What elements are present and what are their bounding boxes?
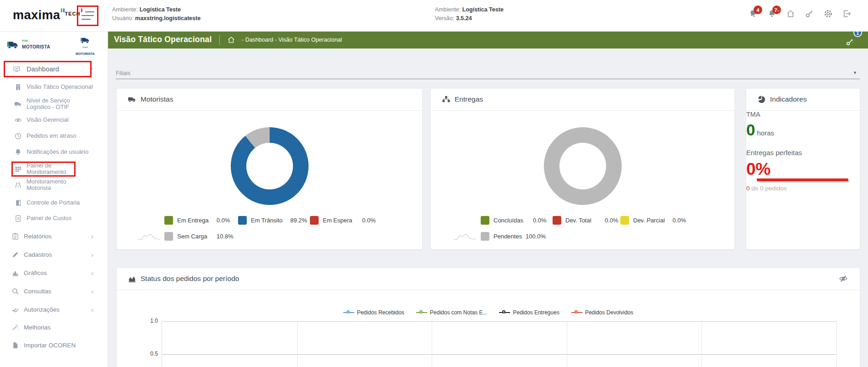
sidebar-item-label: Relatórios bbox=[24, 233, 52, 240]
sidebar-item-label-line2: Logístico - OTIF bbox=[27, 103, 69, 110]
sidebar-item-label: Notificações de usuário bbox=[27, 149, 88, 155]
legend-item-em-espera[interactable]: Em Espera 0.0% bbox=[310, 215, 376, 225]
maxmotorista-mini-logo[interactable]: max MOTORISTA bbox=[75, 37, 95, 57]
sidebar-item-notificacoes-usuario[interactable]: Notificações de usuário bbox=[0, 144, 108, 160]
y-axis-tick-0_5: 0.5 bbox=[140, 351, 158, 357]
titlebar-divider bbox=[219, 35, 220, 45]
road-icon bbox=[14, 181, 22, 189]
alerts-bell-icon[interactable]: 7- bbox=[767, 7, 777, 19]
user-label: Usuário: bbox=[112, 15, 134, 22]
app1-prefix: max bbox=[22, 39, 50, 42]
legend-swatch bbox=[164, 232, 173, 241]
env-value: Logística Teste bbox=[462, 6, 504, 13]
sidebar-item-controle-portaria[interactable]: Controle de Portaria bbox=[0, 195, 108, 210]
page-title: Visão Tático Operacional bbox=[114, 35, 212, 44]
env-label: Ambiente: bbox=[435, 6, 461, 13]
chevron-right-icon: › bbox=[91, 251, 93, 259]
chevron-right-icon: › bbox=[91, 306, 93, 313]
sidebar-item-nivel-servico-otif[interactable]: Nível de Serviço Logístico - OTIF bbox=[0, 96, 108, 112]
card-title: Status dos pedidos por período bbox=[141, 275, 239, 283]
sidebar-item-relatorios[interactable]: Relatórios › bbox=[0, 228, 108, 244]
sidebar-item-autorizacoes[interactable]: Autorizações › bbox=[0, 302, 108, 317]
indicadores-card: Indicadores TMA 0horas Entregas perfeita… bbox=[746, 89, 860, 249]
card-title: Entregas bbox=[455, 95, 483, 103]
app2-prefix: max bbox=[75, 46, 95, 49]
sidebar-item-consultas[interactable]: Consultas › bbox=[0, 283, 108, 299]
sidebar-item-importar-ocoren[interactable]: Importar OCOREN bbox=[0, 337, 108, 353]
header-icon-bar: 4 7- bbox=[749, 7, 852, 19]
sidebar-item-cadastros[interactable]: Cadastros › bbox=[0, 247, 108, 262]
orders-count: 0 de 0 pedidos bbox=[746, 185, 860, 192]
sidebar-item-label: Painel de Custos bbox=[27, 215, 71, 221]
key-icon[interactable] bbox=[805, 7, 815, 19]
sidebar-item-pedidos-em-atraso[interactable]: Pedidos em atraso bbox=[0, 128, 108, 144]
bar-chart-icon bbox=[11, 269, 19, 277]
sidebar-item-label: Pedidos em atraso bbox=[27, 133, 76, 139]
legend-marker bbox=[416, 310, 427, 315]
legend-label: Dev. Parcial bbox=[633, 217, 673, 224]
eye-slash-icon[interactable] bbox=[839, 274, 848, 283]
sidebar-item-dashboard[interactable]: Dashboard bbox=[0, 61, 108, 77]
tma-label: TMA bbox=[746, 111, 860, 118]
truck-mini-logo-icon bbox=[80, 37, 91, 44]
select-underline bbox=[116, 79, 860, 79]
sidebar-item-graficos[interactable]: Gráficos › bbox=[0, 265, 108, 281]
sidebar-item-label: Gráficos bbox=[24, 270, 47, 276]
sidebar-item-visao-tatico-operacional[interactable]: Visão Tático Operacional bbox=[0, 79, 108, 95]
logo-wordmark: maxima bbox=[13, 8, 60, 22]
gridline-0.5 bbox=[162, 354, 836, 355]
logout-icon[interactable] bbox=[842, 7, 852, 19]
logo-tick-green-icon bbox=[61, 8, 62, 12]
environment-info: Ambiente: Logística Teste Usuário: maxst… bbox=[112, 5, 201, 23]
legend-label: Concluídas bbox=[494, 217, 533, 224]
legend-item-em-entrega[interactable]: Em Entrega 0.0% bbox=[164, 215, 230, 225]
legend-item-sem-carga[interactable]: Sem Carga 10.8% bbox=[164, 231, 233, 241]
legend-item-dev-parcial[interactable]: Dev. Parcial 0.0% bbox=[620, 215, 686, 225]
orders-count-value: 0 bbox=[746, 185, 750, 192]
legend-label: Pedidos Devolvidos bbox=[585, 309, 633, 316]
chevron-right-icon: › bbox=[91, 269, 93, 277]
legend-value: 0.0% bbox=[217, 217, 230, 224]
legend-item-pedidos-entregues[interactable]: Pedidos Entregues bbox=[499, 309, 559, 316]
sidebar-item-melhorias[interactable]: Melhorias bbox=[0, 319, 108, 335]
legend-label: Em Entrega bbox=[177, 217, 217, 224]
legend-item-pedidos-com-notas[interactable]: Pedidos com Notas E... bbox=[416, 309, 487, 316]
legend-item-concluidas[interactable]: Concluídas 0.0% bbox=[481, 215, 547, 225]
legend-item-dev-total[interactable]: Dev. Total 0.0% bbox=[553, 215, 618, 225]
dashboard-board-icon bbox=[13, 65, 21, 73]
tools-wrench-icon[interactable] bbox=[846, 38, 854, 46]
settings-gear-icon[interactable] bbox=[824, 7, 834, 19]
version-label: Versão: bbox=[435, 15, 454, 22]
sidebar-item-monitoramento-motorista[interactable]: Monitoramento Motorista bbox=[0, 177, 108, 193]
app2-name: MOTORISTA bbox=[76, 52, 94, 55]
legend-item-pedidos-devolvidos[interactable]: Pedidos Devolvidos bbox=[571, 309, 633, 316]
sidebar-item-label: Consultas bbox=[24, 288, 51, 295]
line-chart-plot-area bbox=[162, 321, 837, 367]
legend-item-pendentes[interactable]: Pendentes 100.0% bbox=[481, 231, 546, 241]
breadcrumb: - Dashboard - Visão Tático Operacional bbox=[242, 37, 342, 43]
tma-value: 0 bbox=[746, 121, 755, 139]
maximatech-logo: maxima TECH bbox=[13, 8, 83, 22]
legend-item-em-transito[interactable]: Em Trânsito 89.2% bbox=[238, 215, 307, 225]
home-icon[interactable] bbox=[786, 7, 796, 19]
legend-value: 89.2% bbox=[290, 217, 307, 224]
search-icon bbox=[11, 287, 19, 295]
legend-label: Em Espera bbox=[323, 217, 362, 224]
sidebar-item-label: Controle de Portaria bbox=[27, 200, 80, 206]
grid-icon bbox=[14, 165, 22, 173]
legend-label: Pendentes bbox=[494, 233, 526, 240]
sidebar-item-visao-gerencial[interactable]: Visão Gerencial bbox=[0, 112, 108, 128]
sidebar-item-painel-monitoramento[interactable]: Painel de Monitoramento bbox=[0, 161, 108, 177]
sidebar-item-painel-custos[interactable]: $ Painel de Custos bbox=[0, 210, 108, 226]
legend-swatch bbox=[481, 232, 489, 241]
filiais-select[interactable]: Filiais ▼ bbox=[116, 69, 860, 80]
sidebar-item-label-line2: Monitoramento bbox=[27, 168, 66, 175]
sidebar-item-label: Autorizações bbox=[24, 306, 60, 313]
legend-swatch bbox=[620, 216, 629, 225]
legend-item-pedidos-recebidos[interactable]: Pedidos Recebidos bbox=[343, 309, 404, 316]
notifications-bell-icon[interactable]: 4 bbox=[749, 7, 759, 19]
hamburger-menu-button[interactable] bbox=[81, 10, 95, 22]
maxmotorista-logo[interactable]: max MOTORISTA bbox=[6, 39, 50, 50]
breadcrumb-home-icon[interactable] bbox=[227, 36, 235, 44]
sidebar-item-label: Visão Tático Operacional bbox=[27, 84, 93, 90]
